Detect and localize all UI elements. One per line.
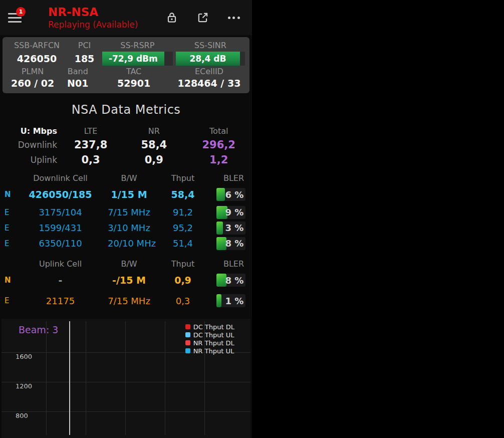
bler-cell: 8 %	[215, 237, 252, 250]
legend-label: DC Thput DL	[193, 323, 234, 331]
header-actions	[165, 11, 252, 25]
legend-swatch	[185, 348, 190, 353]
kebab-dot	[237, 17, 240, 19]
card-value-row-1: 426050185-72,9 dBm28,4 dB	[6, 51, 246, 66]
signal-value: 128464 / 33	[172, 77, 246, 89]
bandwidth-value: 1/15 M	[108, 189, 150, 200]
signal-label: PLMN	[6, 66, 60, 77]
bandwidth-value: 7/15 MHz	[108, 296, 150, 306]
bler-cell: 6 %	[215, 188, 252, 201]
signal-value: 260 / 02	[6, 77, 60, 89]
signal-bar-value: 28,4 dB	[189, 54, 226, 64]
bler-value: 9 %	[216, 206, 252, 219]
beam-indicator: Beam: 3	[19, 324, 58, 335]
app-status: Replaying (Available)	[48, 20, 138, 30]
menu-button[interactable]: 1	[8, 9, 25, 26]
nr-value: 0,9	[122, 154, 185, 166]
horizontal-gridline	[2, 411, 250, 412]
bler-value: 6 %	[216, 188, 252, 201]
throughput-value: 58,4	[150, 189, 215, 200]
throughput-chart[interactable]: 16001200800Beam: 3DC Thput DLDC Thput UL…	[2, 319, 250, 438]
cell-type-tag: E	[0, 296, 13, 305]
lte-value: 0,3	[59, 154, 122, 166]
y-axis-tick: 800	[16, 412, 28, 419]
downlink-row: N426050/1851/15 M58,46 %	[0, 184, 252, 204]
uplink-table-header: Uplink CellB/WThputBLER	[0, 257, 252, 270]
column-header: Downlink Cell	[13, 173, 108, 183]
legend-swatch	[185, 324, 190, 329]
vertical-gridline	[165, 321, 165, 435]
signal-label: ECellID	[172, 66, 246, 77]
signal-bar-value: -72,9 dBm	[109, 54, 158, 64]
cell-id-value: 21175	[13, 296, 108, 306]
legend-label: NR Thput DL	[193, 339, 234, 347]
signal-label: PCI	[68, 40, 101, 51]
downlink-cell-table: Downlink CellB/WThputBLERN426050/1851/15…	[0, 171, 252, 251]
metrics-column-header: LTE	[59, 126, 122, 136]
throughput-value: 95,2	[150, 223, 215, 233]
lock-icon[interactable]	[165, 11, 179, 25]
metrics-row: Uplink0,30,91,2	[0, 152, 252, 167]
signal-label: Band	[60, 66, 96, 77]
cell-type-tag: E	[0, 239, 13, 248]
chart-legend: DC Thput DLDC Thput ULNR Thput DLNR Thpu…	[185, 323, 234, 355]
downlink-row: E6350/11020/10 MHz51,48 %	[0, 236, 252, 251]
open-in-new-icon	[196, 11, 209, 24]
unit-label: U: Mbps	[0, 126, 59, 136]
bler-value: 8 %	[216, 237, 252, 250]
card-value-row-2: 260 / 02N0152901128464 / 33	[6, 77, 246, 89]
kebab-menu-icon[interactable]	[227, 11, 241, 25]
legend-label: DC Thput UL	[193, 331, 234, 339]
throughput-value: 0,9	[150, 275, 215, 286]
column-header: Uplink Cell	[13, 259, 108, 269]
cell-type-tag: N	[0, 190, 13, 199]
metrics-header-row: U: MbpsLTENRTotal	[0, 124, 252, 137]
data-metrics-table: U: MbpsLTENRTotalDownlink237,858,4296,2U…	[0, 124, 252, 167]
bler-bar: 8 %	[216, 237, 245, 250]
signal-label: SS-RSRP	[101, 40, 174, 51]
app-header: 1NR-NSAReplaying (Available)	[0, 0, 252, 35]
signal-value: 426050	[6, 51, 68, 66]
bler-value: 1 %	[216, 294, 252, 307]
card-label-row-2: PLMNBandTACECellID	[6, 66, 246, 77]
cell-id-value: -	[13, 275, 108, 286]
vertical-gridline	[46, 321, 47, 435]
cell-id-value: 6350/110	[13, 238, 108, 249]
signal-value: N01	[60, 77, 96, 89]
lte-value: 237,8	[59, 139, 122, 151]
ss-rsrp-bar: -72,9 dBm	[102, 52, 173, 66]
throughput-value: 0,3	[150, 296, 215, 306]
bler-cell: 8 %	[215, 274, 252, 287]
legend-swatch	[185, 332, 190, 337]
bler-bar: 9 %	[216, 206, 245, 219]
metrics-row-label: Uplink	[0, 155, 59, 165]
bler-value: 3 %	[216, 222, 252, 235]
column-header: BLER	[215, 259, 252, 269]
card-label-row-1: SSB-ARFCNPCISS-RSRPSS-SINR	[6, 40, 246, 51]
legend-item: NR Thput UL	[185, 347, 234, 355]
total-value: 296,2	[185, 139, 252, 151]
uplink-row: E211757/15 MHz0,31 %	[0, 290, 252, 311]
column-header: Thput	[150, 259, 215, 269]
nr-value: 58,4	[122, 139, 185, 151]
horizontal-gridline	[2, 382, 250, 382]
open-in-new-icon[interactable]	[196, 11, 210, 25]
signal-bar-fill: 28,4 dB	[176, 52, 240, 66]
hamburger-line	[8, 21, 22, 23]
y-axis-tick: 1200	[16, 382, 32, 390]
signal-label: TAC	[96, 66, 172, 77]
bler-bar: 8 %	[216, 274, 245, 287]
kebab-dot	[232, 17, 235, 19]
bandwidth-value: 3/10 MHz	[108, 223, 150, 233]
bandwidth-value: -/15 M	[108, 275, 150, 286]
bler-value: 8 %	[216, 274, 252, 287]
downlink-row: E1599/4313/10 MHz95,23 %	[0, 220, 252, 236]
cell-type-tag: E	[0, 208, 13, 217]
metrics-row: Downlink237,858,4296,2	[0, 137, 252, 152]
cell-id-value: 426050/185	[13, 189, 108, 200]
metrics-column-header: NR	[122, 126, 185, 136]
throughput-value: 51,4	[150, 238, 215, 249]
bler-cell: 1 %	[215, 294, 252, 307]
time-cursor[interactable]	[69, 321, 70, 435]
bandwidth-value: 20/10 MHz	[108, 238, 150, 249]
